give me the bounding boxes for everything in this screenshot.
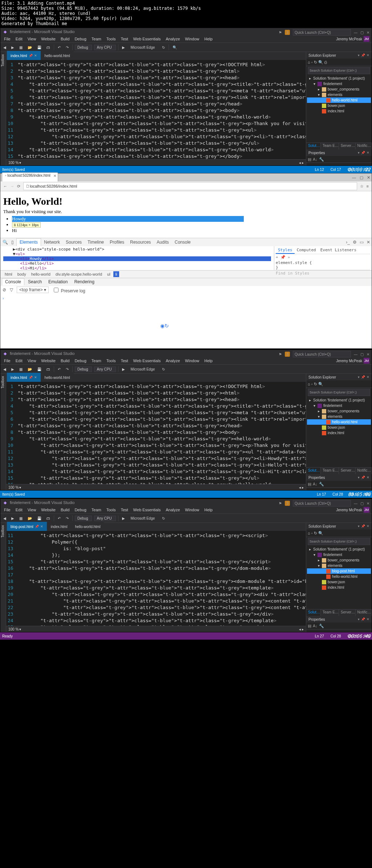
platform-combo[interactable]: Any CPU [94, 45, 116, 50]
menu-help[interactable]: Help [202, 36, 215, 42]
editor-tab-index[interactable]: index.html 📌✕ [7, 373, 41, 382]
redo-icon[interactable]: ↷ [64, 45, 70, 50]
menu-file[interactable]: File [2, 36, 13, 42]
add-rule-icon[interactable]: + [276, 255, 278, 260]
tree-item[interactable]: ▸bower_components [307, 87, 371, 92]
pin-icon[interactable]: 📌 [29, 54, 33, 57]
se-search[interactable]: Search Solution Explorer (Ctrl+;) [308, 67, 370, 74]
menu-edit[interactable]: Edit [13, 507, 25, 513]
minimize-button[interactable]: — [352, 175, 356, 180]
user-badge[interactable]: Jeremy McPeakJM [336, 36, 369, 42]
menu-website[interactable]: Website [39, 36, 58, 42]
tree-item[interactable]: bower.json [307, 103, 371, 108]
code-content[interactable]: "t-attr">class="t-grey">"t-attr">class="… [16, 531, 306, 626]
menu-build[interactable]: Build [58, 358, 72, 364]
menu-edit[interactable]: Edit [13, 358, 25, 364]
scroll-arrows[interactable]: ◂ ▸ [299, 161, 304, 165]
wrench-icon[interactable]: 🔧 [319, 157, 324, 162]
tree-item[interactable]: ▾elements [307, 92, 371, 97]
more-icon[interactable]: » [288, 255, 290, 260]
code-content[interactable]: "t-attr">class="t-grey">"t-attr">class="… [16, 60, 306, 159]
editor-tab-hello[interactable]: hello-world.html [41, 51, 74, 60]
menu-window[interactable]: Window [183, 36, 201, 42]
menu-debug[interactable]: Debug [72, 36, 88, 42]
dropdown-icon[interactable]: ▾ [358, 53, 360, 57]
tree-item[interactable]: index.html [307, 585, 371, 590]
dock-icon[interactable]: ▭ [360, 240, 364, 245]
tree-item[interactable]: ▸bower_components [307, 557, 371, 563]
tree-item[interactable]: blog-post.html [307, 568, 371, 574]
categorize-icon[interactable]: ▤ [308, 157, 311, 162]
star-icon[interactable]: ☆ [360, 184, 364, 189]
inspect-icon[interactable]: 🔍 [2, 240, 8, 245]
menu-analyze[interactable]: Analyze [163, 358, 182, 364]
save-icon[interactable]: 💾 [36, 45, 43, 50]
tree-item[interactable]: ▾elements [307, 414, 371, 419]
code-content[interactable]: "t-attr">class="t-grey">"t-attr">class="… [16, 382, 306, 484]
clear-icon[interactable]: ⊘ [3, 287, 6, 292]
zoom-level[interactable]: 100 % [8, 161, 19, 165]
menu-team[interactable]: Team [89, 358, 104, 364]
tree-item[interactable]: hello-world.html [307, 574, 371, 579]
menu-team[interactable]: Team [89, 36, 104, 42]
alpha-icon[interactable]: A↓ [313, 157, 318, 161]
undo-icon[interactable]: ↶ [56, 45, 62, 50]
tree-item[interactable]: ▾elements [307, 563, 371, 568]
tree-item[interactable]: index.html [307, 430, 371, 436]
devtools-tab-resources[interactable]: Resources [127, 239, 154, 246]
new-project-icon[interactable]: ▦ [18, 45, 24, 50]
menu-icon[interactable]: ≡ [367, 184, 369, 188]
preserve-log-checkbox[interactable] [54, 288, 58, 292]
tree-item[interactable]: ▸Solution 'firstelement' (1 project) [307, 76, 371, 81]
pin-icon[interactable]: 📌 [280, 255, 286, 260]
devtools-tab-elements[interactable]: Elements [16, 238, 41, 246]
home-icon[interactable]: ⌂ [308, 60, 310, 64]
menu-tools[interactable]: Tools [104, 507, 118, 513]
open-icon[interactable]: 📂 [26, 45, 33, 50]
menu-analyze[interactable]: Analyze [163, 36, 182, 42]
find-in-styles[interactable]: Find in Styles [276, 270, 370, 276]
menu-web-essentials[interactable]: Web Essentials [131, 507, 163, 513]
close-button[interactable]: ✕ [367, 31, 369, 35]
tree-item[interactable]: bower.json [307, 425, 371, 430]
menu-test[interactable]: Test [118, 36, 130, 42]
tree-item[interactable]: ▸bower_components [307, 408, 371, 414]
frame-selector[interactable]: <top frame> ▾ [17, 287, 49, 293]
console-toggle-icon[interactable]: ›_ [346, 240, 350, 245]
menu-help[interactable]: Help [202, 358, 215, 364]
close-icon[interactable]: ✕ [367, 240, 370, 245]
tree-item[interactable]: ▸Solution 'firstelement' (1 project) [307, 547, 371, 552]
menu-help[interactable]: Help [202, 507, 215, 513]
devtools-tab-timeline[interactable]: Timeline [85, 239, 107, 246]
nav-fwd-icon[interactable]: ▶ [10, 45, 16, 50]
tree-item[interactable]: index.html [307, 108, 371, 114]
console-output[interactable]: › ◉↻ [0, 294, 372, 348]
menu-test[interactable]: Test [118, 507, 130, 513]
menu-view[interactable]: View [25, 507, 39, 513]
menu-build[interactable]: Build [58, 36, 72, 42]
menu-view[interactable]: View [25, 358, 39, 364]
menu-tools[interactable]: Tools [104, 36, 118, 42]
browser-link-icon[interactable]: ↻ [161, 45, 166, 50]
maximize-button[interactable]: ▢ [360, 31, 364, 35]
menu-debug[interactable]: Debug [72, 507, 88, 513]
back-icon[interactable]: ← [3, 184, 7, 188]
tree-item[interactable]: ▸Solution 'firstelement' (1 project) [307, 397, 371, 403]
close-button[interactable]: ✕ [367, 175, 370, 180]
menu-test[interactable]: Test [118, 358, 130, 364]
quick-launch-input[interactable]: Quick Launch (Ctrl+Q) [293, 29, 351, 36]
toolbox-tab[interactable]: Toolbox [0, 52, 5, 69]
tree-item[interactable]: ▾firstelement [307, 403, 371, 408]
menu-team[interactable]: Team [89, 507, 104, 513]
close-icon[interactable]: ✕ [367, 53, 369, 57]
browser-tab[interactable]: ▫ localhost:50286/index.html ✕ [2, 172, 58, 181]
address-bar[interactable]: 🗋 localhost:50286/index.html [23, 182, 357, 190]
editor-tab-index[interactable]: index.html 📌✕ [7, 51, 41, 60]
menu-file[interactable]: File [2, 358, 13, 364]
config-combo[interactable]: Debug [75, 45, 92, 50]
menu-analyze[interactable]: Analyze [163, 507, 182, 513]
maximize-button[interactable]: ▢ [360, 175, 363, 180]
run-target[interactable]: Microsoft Edge [129, 45, 159, 50]
tree-item[interactable]: ▾firstelement [307, 552, 371, 557]
forward-icon[interactable]: → [10, 184, 14, 188]
